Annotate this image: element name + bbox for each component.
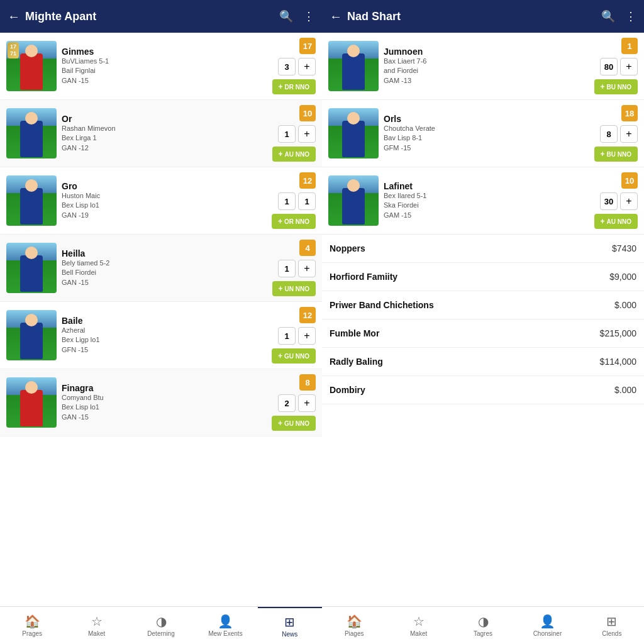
r-nav-item-tagres[interactable]: ◑ Tagres xyxy=(451,607,515,644)
qty-box-5: 1 xyxy=(278,327,296,345)
r-nav-item-chonsiner[interactable]: 👤 Chonsiner xyxy=(515,607,579,644)
player-info-6: Finagra Comyand Btu Bex Lisp lo1 GAN -15 xyxy=(62,383,267,422)
nav-item-prages[interactable]: 🏠 Prages xyxy=(0,607,64,644)
qty-row-6: 2 + xyxy=(278,394,316,412)
right-content-list: Jumnoen Bax Liaert 7-6 and Fiordei GAM -… xyxy=(322,33,644,606)
action-btn-6[interactable]: GU NNO xyxy=(272,416,316,431)
qty-row-5: 1 + xyxy=(278,327,316,345)
player-thumb-3 xyxy=(6,175,57,226)
qty-box-3a: 1 xyxy=(278,192,296,210)
r-nav-item-clends[interactable]: ⊞ Clends xyxy=(580,607,644,644)
table-row: Baile Azheral Bex Ligp lo1 GFN -15 12 1 … xyxy=(0,302,322,369)
leaderboard-value-2: $.000 xyxy=(614,300,636,310)
player-controls-1: 17 3 + DR NNO xyxy=(272,38,316,94)
qty-plus-6[interactable]: + xyxy=(298,394,316,412)
leaderboard-value-1: $9,000 xyxy=(609,272,636,282)
r-nav-label-tagres: Tagres xyxy=(474,630,492,637)
action-btn-2[interactable]: AU NNO xyxy=(272,147,316,162)
qty-plus-4[interactable]: + xyxy=(298,260,316,277)
right-back-button[interactable]: ← xyxy=(330,9,342,24)
r-circle-icon: ◑ xyxy=(478,614,489,629)
r-player-sub2-1: and Fiordei xyxy=(384,66,589,75)
qty-box-2: 1 xyxy=(278,125,296,143)
table-row: Gro Huston Maic Bex Lisp lo1 GAN -19 12 … xyxy=(0,167,322,235)
player-sub1-3: Huston Maic xyxy=(62,191,267,201)
player-name-3: Gro xyxy=(62,181,267,191)
table-row: Finagra Comyand Btu Bex Lisp lo1 GAN -15… xyxy=(0,369,322,436)
action-btn-5[interactable]: GU NNO xyxy=(272,348,316,364)
player-controls-2: 10 1 + AU NNO xyxy=(272,105,316,162)
r-qty-box-3: 30 xyxy=(600,192,618,210)
leaderboard-name-0: Noppers xyxy=(330,243,365,253)
nav-item-news[interactable]: ⊞ News xyxy=(258,607,322,644)
qty-row-1: 3 + xyxy=(278,58,316,75)
qty-box-4: 1 xyxy=(278,260,296,277)
leaderboard-row: Priwer Band Chichetions $.000 xyxy=(322,291,644,319)
r-star-icon: ☆ xyxy=(413,614,425,629)
qty-row-4: 1 + xyxy=(278,260,316,277)
rating-badge-2: 10 xyxy=(299,105,316,121)
r-player-sub1-3: Bex Ilared 5-1 xyxy=(384,191,589,201)
nav-label-deterning: Deterning xyxy=(147,630,174,637)
rating-badge-6: 8 xyxy=(299,374,316,391)
r-qty-plus-1[interactable]: + xyxy=(620,58,638,75)
player-info-2: Or Rashan Mimevon Bex Lirga 1 GAN -12 xyxy=(62,114,267,153)
r-player-controls-3: 10 30 + AU NNO xyxy=(594,172,638,229)
r-action-btn-2[interactable]: BU NNO xyxy=(594,147,638,162)
player-sub1-2: Rashan Mimevon xyxy=(62,124,267,133)
action-btn-1[interactable]: DR NNO xyxy=(272,79,316,94)
qty-plus-2[interactable]: + xyxy=(298,125,316,143)
player-sub3-4: GAN -15 xyxy=(62,278,267,287)
right-panel: ← Nad Shart 🔍 ⋮ Jumnoen Bax Liaert 7-6 a… xyxy=(322,0,644,644)
action-btn-4[interactable]: UN NNO xyxy=(272,281,316,296)
player-thumb-1: 1771 xyxy=(6,41,57,91)
r-player-thumb-3 xyxy=(328,175,379,226)
qty-plus-1[interactable]: + xyxy=(298,58,316,75)
r-player-controls-1: 1 80 + BU NNO xyxy=(594,38,638,94)
nav-item-maket[interactable]: ☆ Maket xyxy=(64,607,128,644)
r-player-controls-2: 18 8 + BU NNO xyxy=(594,105,638,162)
table-row: Jumnoen Bax Liaert 7-6 and Fiordei GAM -… xyxy=(322,33,644,100)
r-action-btn-1[interactable]: BU NNO xyxy=(594,79,638,94)
r-player-name-2: Orls xyxy=(384,114,589,124)
right-more-icon[interactable]: ⋮ xyxy=(625,9,636,23)
r-qty-plus-3[interactable]: + xyxy=(620,192,638,210)
player-sub1-4: Bely tiamed 5-2 xyxy=(62,258,267,268)
table-row: Or Rashan Mimevon Bex Lirga 1 GAN -12 10… xyxy=(0,100,322,167)
qty-box-1: 3 xyxy=(278,58,296,75)
leaderboard-name-5: Dombiry xyxy=(330,385,365,395)
left-back-button[interactable]: ← xyxy=(8,9,20,24)
rating-badge-4: 4 xyxy=(299,240,316,256)
r-nav-item-maket[interactable]: ☆ Maket xyxy=(386,607,450,644)
player-name-4: Heilla xyxy=(62,248,267,258)
r-nav-item-piages[interactable]: 🏠 Piages xyxy=(322,607,386,644)
action-btn-3[interactable]: OR NNO xyxy=(272,214,316,229)
person-icon: 👤 xyxy=(218,614,233,629)
player-controls-3: 12 1 1 OR NNO xyxy=(272,172,316,229)
nav-item-mew-exents[interactable]: 👤 Mew Exents xyxy=(193,607,257,644)
r-qty-plus-2[interactable]: + xyxy=(620,125,638,143)
player-sub2-6: Bex Lisp lo1 xyxy=(62,402,267,412)
r-rating-badge-1: 1 xyxy=(621,38,638,54)
left-header: ← Mighte Apant 🔍 ⋮ xyxy=(0,0,322,33)
r-nav-label-chonsiner: Chonsiner xyxy=(533,630,562,637)
right-search-icon[interactable]: 🔍 xyxy=(601,9,615,23)
r-action-btn-3[interactable]: AU NNO xyxy=(594,214,638,229)
right-title: Nad Shart xyxy=(347,10,591,23)
player-thumb-4 xyxy=(6,243,57,293)
player-info-5: Baile Azheral Bex Ligp lo1 GFN -15 xyxy=(62,316,267,355)
r-player-info-1: Jumnoen Bax Liaert 7-6 and Fiordei GAM -… xyxy=(384,47,589,86)
player-thumb-6 xyxy=(6,377,57,428)
left-search-icon[interactable]: 🔍 xyxy=(279,9,293,23)
left-more-icon[interactable]: ⋮ xyxy=(303,9,314,23)
qty-plus-5[interactable]: + xyxy=(298,327,316,345)
nav-label-news: News xyxy=(282,631,297,638)
table-row: Lafinet Bex Ilared 5-1 Ska Fiordei GAM -… xyxy=(322,167,644,235)
r-player-thumb-2 xyxy=(328,108,379,158)
player-sub2-5: Bex Ligp lo1 xyxy=(62,335,267,345)
nav-item-deterning[interactable]: ◑ Deterning xyxy=(129,607,193,644)
home-icon: 🏠 xyxy=(25,614,40,629)
r-rating-badge-3: 10 xyxy=(621,172,638,189)
leaderboard-row: Dombiry $.000 xyxy=(322,376,644,404)
player-controls-4: 4 1 + UN NNO xyxy=(272,240,316,296)
